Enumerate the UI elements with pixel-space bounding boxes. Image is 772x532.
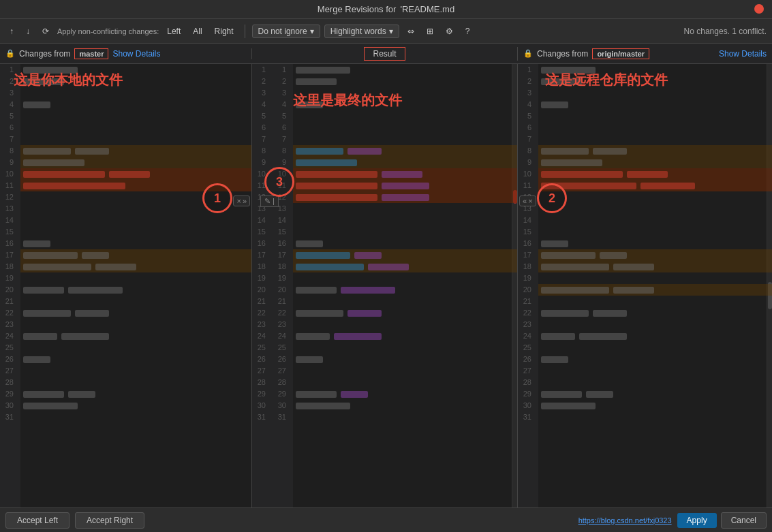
right-branch-label: origin/master <box>592 48 649 59</box>
separator-1 <box>245 25 245 38</box>
no-changes-label: No changes. 1 conflict. <box>684 27 767 36</box>
result-tab[interactable]: Result <box>364 47 405 61</box>
bottom-bar: Accept Left Accept Right https://blog.cs… <box>0 507 772 532</box>
left-changes-from-label: Changes from <box>19 49 70 59</box>
right-merge-arrows[interactable]: « × <box>519 195 536 206</box>
center-panel-header: Result <box>252 47 518 61</box>
right-line-numbers: 1234567891011121314151617181920212223242… <box>518 64 538 507</box>
down-arrow-button[interactable]: ↓ <box>22 25 34 37</box>
apply-non-conflicting-label: Apply non-conflicting changes: <box>57 27 159 35</box>
center-diff-panel: 这里是最终的文件 3 ✎ | 1234567891011121314151617… <box>252 64 518 507</box>
all-button[interactable]: All <box>189 25 206 37</box>
url-link[interactable]: https://blog.csdn.net/fxj0323 <box>578 516 672 525</box>
do-not-ignore-dropdown[interactable]: Do not ignore ▾ <box>252 25 320 38</box>
right-lock-icon: 🔒 <box>523 49 533 58</box>
left-panel-header: 🔒 Changes from master Show Details <box>0 48 252 59</box>
right-button[interactable]: Right <box>211 25 238 37</box>
left-branch-label: master <box>74 48 108 59</box>
split-icon-button[interactable]: ⇔ <box>403 25 418 37</box>
center-panel-content: 1234567891011121314151617181920212223242… <box>252 64 517 507</box>
center-line-numbers-right: 1234567891011121314151617181920212223242… <box>273 64 293 507</box>
title-bar-filename: 'README.md <box>400 4 454 14</box>
title-bar-title: Merge Revisions for <box>318 4 397 14</box>
highlight-words-dropdown[interactable]: Highlight words ▾ <box>324 25 399 38</box>
left-panel-content: 1234567891011121314151617181920212223242… <box>0 64 251 507</box>
settings-button[interactable]: ⚙ <box>442 25 457 37</box>
right-panel-content: 1234567891011121314151617181920212223242… <box>518 64 772 507</box>
right-diff-panel: 这是远程仓库的文件 2 « × 123456789101112131415161… <box>518 64 772 507</box>
panels-wrapper: 这是你本地的文件 1 × » 1234567891011121314151617… <box>0 64 772 507</box>
left-merge-arrows[interactable]: × » <box>233 195 250 206</box>
left-line-numbers: 1234567891011121314151617181920212223242… <box>0 64 20 507</box>
toolbar: ↑ ↓ ⟳ Apply non-conflicting changes: Lef… <box>0 19 772 44</box>
left-lock-icon: 🔒 <box>5 49 15 58</box>
left-diff-panel: 这是你本地的文件 1 × » 1234567891011121314151617… <box>0 64 252 507</box>
right-changes-from-label: Changes from <box>537 49 588 59</box>
help-button[interactable]: ? <box>461 25 474 37</box>
right-panel-header: 🔒 Changes from origin/master Show Detail… <box>518 48 772 59</box>
right-diff-lines <box>538 64 772 507</box>
panels-header: 🔒 Changes from master Show Details Resul… <box>0 44 772 64</box>
title-bar: Merge Revisions for 'README.md <box>0 0 772 19</box>
apply-button[interactable]: Apply <box>677 513 717 528</box>
center-edit-indicator: ✎ | <box>260 195 279 207</box>
refresh-button[interactable]: ⟳ <box>38 25 53 37</box>
cancel-button[interactable]: Cancel <box>721 512 767 529</box>
left-show-details-link[interactable]: Show Details <box>112 49 160 59</box>
left-diff-lines <box>20 64 251 507</box>
center-line-numbers-left: 1234567891011121314151617181920212223242… <box>252 64 273 507</box>
grid-icon-button[interactable]: ⊞ <box>422 25 437 37</box>
close-button[interactable] <box>754 4 764 14</box>
center-diff-lines <box>293 64 517 507</box>
accept-left-button[interactable]: Accept Left <box>5 512 70 529</box>
up-arrow-button[interactable]: ↑ <box>5 25 18 37</box>
accept-right-button[interactable]: Accept Right <box>75 512 144 529</box>
left-button[interactable]: Left <box>163 25 185 37</box>
right-show-details-link[interactable]: Show Details <box>719 49 767 59</box>
